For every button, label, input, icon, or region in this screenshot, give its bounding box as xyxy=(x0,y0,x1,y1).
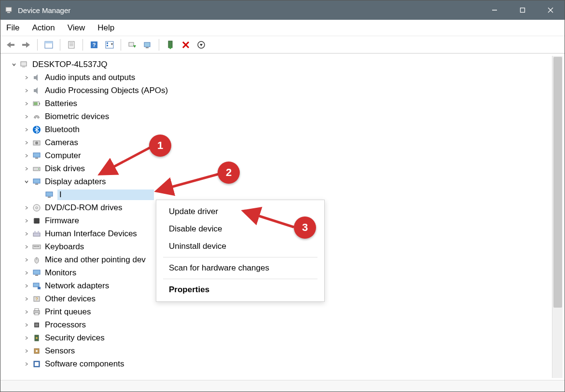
tree-item-row[interactable]: Biometric devices xyxy=(3,110,551,123)
vertical-scrollbar[interactable] xyxy=(552,56,563,378)
chevron-down-icon[interactable] xyxy=(22,179,31,184)
tree-item-row[interactable]: Print queues xyxy=(3,305,551,318)
chevron-right-icon[interactable] xyxy=(22,362,31,366)
properties-button[interactable] xyxy=(65,39,78,51)
chevron-right-icon[interactable] xyxy=(22,88,31,93)
tree-item-row[interactable]: Computer xyxy=(3,149,551,162)
chevron-right-icon[interactable] xyxy=(22,166,31,171)
chevron-right-icon[interactable] xyxy=(22,257,31,262)
device-manager-app-icon xyxy=(4,6,13,14)
forward-button[interactable] xyxy=(20,39,32,51)
tree-item-row[interactable]: Audio inputs and outputs xyxy=(3,71,551,84)
chevron-right-icon[interactable] xyxy=(22,127,31,132)
svg-rect-22 xyxy=(144,42,150,47)
tree-item-row[interactable]: Audio Processing Objects (APOs) xyxy=(3,84,551,97)
menu-help[interactable]: Help xyxy=(97,23,114,33)
svg-rect-59 xyxy=(38,231,39,233)
tree-item-label: Monitors xyxy=(45,268,76,278)
chevron-down-icon[interactable] xyxy=(9,62,19,67)
menu-action[interactable]: Action xyxy=(32,23,55,33)
tree-item-row[interactable]: Display adapters xyxy=(3,175,551,188)
chevron-right-icon[interactable] xyxy=(22,140,31,145)
svg-rect-1 xyxy=(7,12,10,13)
tree-child-label: I xyxy=(57,189,154,200)
uninstall-device-button[interactable] xyxy=(195,39,207,51)
maximize-button[interactable] xyxy=(509,0,537,20)
chevron-right-icon[interactable] xyxy=(22,153,31,158)
menu-view[interactable]: View xyxy=(68,23,85,33)
chevron-right-icon[interactable] xyxy=(22,284,31,288)
scan-hardware-button[interactable] xyxy=(126,39,138,51)
svg-rect-9 xyxy=(45,41,53,43)
tree-item-label: DVD/CD-ROM drives xyxy=(45,203,123,213)
svg-rect-75 xyxy=(35,313,39,315)
svg-rect-50 xyxy=(34,218,39,223)
context-disable-device[interactable]: Disable device xyxy=(156,220,324,238)
chevron-right-icon[interactable] xyxy=(22,336,31,340)
tree-item-row[interactable]: Processors xyxy=(3,318,551,331)
tree-item-label: Print queues xyxy=(45,307,91,317)
context-properties[interactable]: Properties xyxy=(156,281,324,298)
svg-rect-0 xyxy=(6,7,12,12)
chevron-right-icon[interactable] xyxy=(22,310,31,314)
tree-root-row[interactable]: DESKTOP-4L537JQ xyxy=(3,58,551,71)
tree-item-row[interactable]: Batteries xyxy=(3,97,551,110)
chevron-right-icon[interactable] xyxy=(22,270,31,275)
show-hide-tree-button[interactable] xyxy=(42,39,55,51)
context-update-driver[interactable]: Update driver xyxy=(156,203,324,220)
tree-item-label: Biometric devices xyxy=(45,112,109,122)
cpu-icon xyxy=(31,320,42,330)
chevron-right-icon[interactable] xyxy=(22,218,31,223)
tree-item-label: Sensors xyxy=(45,346,75,356)
disable-device-button[interactable] xyxy=(179,39,192,51)
svg-rect-44 xyxy=(33,179,40,183)
svg-rect-64 xyxy=(38,246,39,247)
tree-root-label: DESKTOP-4L537JQ xyxy=(32,60,108,69)
chevron-right-icon[interactable] xyxy=(22,231,31,236)
menu-file[interactable]: File xyxy=(6,23,19,33)
svg-point-49 xyxy=(36,207,38,209)
tree-item-row[interactable]: Software components xyxy=(3,357,551,370)
back-button[interactable] xyxy=(4,39,17,51)
tree-item-row[interactable]: Sensors xyxy=(3,344,551,357)
context-uninstall-device[interactable]: Uninstall device xyxy=(156,238,324,255)
display-adapter-icon xyxy=(44,189,55,200)
tree-item-label: Network adapters xyxy=(45,281,109,291)
tree-item-row[interactable]: Bluetooth xyxy=(3,123,551,136)
tree-child-row-selected[interactable]: I xyxy=(3,188,551,201)
action-menu-button[interactable] xyxy=(103,39,116,51)
svg-rect-40 xyxy=(33,153,40,157)
toolbar: ? xyxy=(0,36,565,54)
chevron-right-icon[interactable] xyxy=(22,323,31,327)
fingerprint-icon xyxy=(31,111,42,122)
context-scan-hardware[interactable]: Scan for hardware changes xyxy=(156,259,324,277)
svg-rect-17 xyxy=(107,42,108,44)
svg-rect-10 xyxy=(69,41,74,48)
mouse-icon xyxy=(31,255,42,265)
window-title: Device Manager xyxy=(18,6,481,14)
tree-item-label: Human Interface Devices xyxy=(45,229,137,239)
chevron-right-icon[interactable] xyxy=(22,349,31,353)
svg-rect-62 xyxy=(35,246,36,247)
minimize-button[interactable] xyxy=(481,0,509,20)
close-button[interactable] xyxy=(537,0,565,20)
tree-item-row[interactable]: Cameras xyxy=(3,136,551,149)
chevron-right-icon[interactable] xyxy=(22,114,31,119)
chevron-right-icon[interactable] xyxy=(22,101,31,106)
svg-rect-31 xyxy=(22,67,25,68)
chevron-right-icon[interactable] xyxy=(22,205,31,210)
scrollbar-thumb[interactable] xyxy=(553,57,562,308)
tree-item-label: Cameras xyxy=(45,138,78,148)
chevron-right-icon[interactable] xyxy=(22,75,31,80)
update-driver-button[interactable] xyxy=(141,39,154,51)
chevron-right-icon[interactable] xyxy=(22,297,31,301)
chevron-right-icon[interactable] xyxy=(22,244,31,249)
security-icon xyxy=(31,333,42,343)
other-icon: ? xyxy=(31,294,42,304)
help-button[interactable]: ? xyxy=(88,39,100,51)
enable-device-button[interactable] xyxy=(164,39,177,51)
tree-item-row[interactable]: Disk drives xyxy=(3,162,551,175)
svg-marker-29 xyxy=(200,44,203,46)
tree-item-row[interactable]: Security devices xyxy=(3,331,551,344)
svg-point-43 xyxy=(38,168,39,169)
